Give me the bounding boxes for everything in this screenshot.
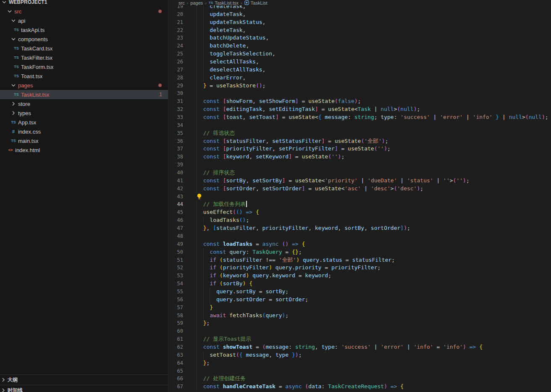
line-number: 35 xyxy=(168,129,183,137)
chevron-down-icon xyxy=(10,17,17,24)
token: type xyxy=(276,352,289,358)
code-line-content[interactable]: if (statusFilter !== '全部') query.status … xyxy=(183,256,551,264)
indent-guide xyxy=(203,74,204,82)
token: , xyxy=(246,177,252,184)
tree-item-index-html[interactable]: <>index.html xyxy=(0,145,168,155)
code-line-content[interactable] xyxy=(183,327,551,335)
code-line-content[interactable]: toggleTaskSelection, xyxy=(183,50,551,58)
code-line-content[interactable]: const [toast, setToast] = useState<{ mes… xyxy=(183,113,551,121)
code-line-content[interactable]: const [priorityFilter, setPriorityFilter… xyxy=(183,145,551,153)
breadcrumb-item-pages[interactable]: pages xyxy=(190,0,203,5)
code-line-content[interactable]: await fetchTasks(query); xyxy=(183,312,551,320)
code-line-content[interactable]: const showToast = (message: string, type… xyxy=(183,343,551,351)
code-line-content[interactable] xyxy=(183,121,551,129)
indent-guide xyxy=(197,161,197,169)
tree-item-webproject1[interactable]: WEBPROJECT1 xyxy=(0,0,168,7)
tree-item-types[interactable]: types xyxy=(0,108,168,118)
code-line-content[interactable]: // 显示Toast提示 xyxy=(183,335,551,343)
code-line-content[interactable]: batchDelete, xyxy=(183,42,551,50)
token: const xyxy=(203,185,220,192)
tree-item-taskform-tsx[interactable]: TSTaskForm.tsx xyxy=(0,62,168,71)
code-line-content[interactable] xyxy=(183,367,551,375)
token: ; xyxy=(299,249,302,255)
tree-item-src[interactable]: src xyxy=(0,7,168,16)
indent-guide xyxy=(203,280,204,288)
code-line-content[interactable] xyxy=(183,161,551,169)
code-line-content[interactable]: selectAllTasks, xyxy=(183,58,551,66)
code-line-content[interactable]: const [keyword, setKeyword] = useState('… xyxy=(183,153,551,161)
token xyxy=(220,177,223,184)
code-line-content[interactable]: clearError, xyxy=(183,74,551,82)
code-line-content[interactable]: // 处理创建任务 xyxy=(183,375,551,383)
token: ; xyxy=(206,320,210,326)
code-line-content[interactable]: const [sortBy, setSortBy] = useState<'pr… xyxy=(183,177,551,185)
code-line-content[interactable]: if (priorityFilter) query.priority = pri… xyxy=(183,264,551,272)
code-line-content[interactable] xyxy=(183,89,551,97)
token: sortOrder xyxy=(226,185,255,192)
line-number: 56 xyxy=(168,296,183,304)
code-line-content[interactable]: const [showForm, setShowForm] = useState… xyxy=(183,97,551,105)
tree-item-taskcard-tsx[interactable]: TSTaskCard.tsx xyxy=(0,44,168,53)
token: query xyxy=(252,272,269,279)
breadcrumb-item-symbol[interactable]: TaskList xyxy=(251,0,268,5)
tree-item-index-css[interactable]: #index.css xyxy=(0,127,168,136)
tree-item-store[interactable]: store xyxy=(0,99,168,108)
code-line-content[interactable]: deselectAllTasks, xyxy=(183,66,551,74)
outline-section-header[interactable]: 大纲 xyxy=(0,374,168,385)
code-line-content[interactable]: const loadTasks = async () => { xyxy=(183,240,551,248)
code-line-39: 39 xyxy=(168,161,551,169)
token: = xyxy=(256,288,265,295)
line-number: 51 xyxy=(168,256,183,264)
tree-item-tasklist-tsx[interactable]: TSTaskList.tsx1 xyxy=(0,90,168,99)
tree-item-app-tsx[interactable]: TSApp.tsx xyxy=(0,118,168,127)
token: ( xyxy=(236,352,239,358)
tree-item-pages[interactable]: pages xyxy=(0,81,168,90)
code-line-content[interactable]: }; xyxy=(183,359,551,367)
code-line-content[interactable]: // 筛选状态 xyxy=(183,129,551,137)
token: const xyxy=(203,177,220,184)
code-line-content[interactable]: const query: TaskQuery = {}; xyxy=(183,248,551,256)
breadcrumb-item-src[interactable]: src xyxy=(178,0,185,5)
token: sortOrder xyxy=(276,296,305,303)
code-line-content[interactable]: }; xyxy=(183,319,551,327)
token xyxy=(279,241,282,247)
tree-item-main-tsx[interactable]: TSmain.tsx xyxy=(0,136,168,145)
token: ( xyxy=(525,114,529,120)
code-line-content[interactable]: const [statusFilter, setStatusFilter] = … xyxy=(183,137,551,145)
code-line-content[interactable] xyxy=(183,193,551,201)
breadcrumb-item-file[interactable]: TaskList.tsx xyxy=(215,0,239,5)
breadcrumb: src › pages › TS TaskList.tsx › TaskList xyxy=(168,0,551,5)
code-line-content[interactable]: deleteTask, xyxy=(183,26,551,34)
code-line-content[interactable]: const handleCreateTask = async (data: Ta… xyxy=(183,383,551,391)
code-line-content[interactable]: if (keyword) query.keyword = keyword; xyxy=(183,272,551,280)
code-line-content[interactable] xyxy=(183,232,551,240)
code-line-content[interactable]: setToast({ message, type }); xyxy=(183,351,551,359)
tree-item-api[interactable]: api xyxy=(0,16,168,25)
code-line-content[interactable]: query.sortBy = sortBy; xyxy=(183,288,551,296)
code-line-content[interactable]: }, [statusFilter, priorityFilter, keywor… xyxy=(183,224,551,232)
code-line-content[interactable]: const [sortOrder, setSortOrder] = useSta… xyxy=(183,185,551,193)
indent-guide xyxy=(203,256,204,264)
code-line-content[interactable]: updateTaskStatus, xyxy=(183,18,551,26)
code-line-content[interactable]: // 排序状态 xyxy=(183,169,551,177)
code-line-content[interactable]: } = useTaskStore(); xyxy=(183,82,551,90)
code-line-content[interactable]: // 加载任务列表 xyxy=(183,200,551,208)
code-line-content[interactable]: loadTasks(); xyxy=(183,216,551,224)
tree-item-components[interactable]: components xyxy=(0,34,168,44)
tree-item-toast-tsx[interactable]: TSToast.tsx xyxy=(0,71,168,81)
code-line-content[interactable]: batchUpdateStatus, xyxy=(183,34,551,42)
code-line-content[interactable]: const [editingTask, setEditingTask] = us… xyxy=(183,105,551,113)
code-line-content[interactable]: updateTask, xyxy=(183,11,551,18)
quick-fix-lightbulb-icon[interactable] xyxy=(197,194,202,200)
timeline-section-header[interactable]: 时间线 xyxy=(0,385,168,392)
token: 'info' xyxy=(443,344,463,350)
code-line-content[interactable]: } xyxy=(183,304,551,312)
line-number: 21 xyxy=(168,18,183,26)
indent-guide xyxy=(197,185,197,193)
code-line-content[interactable]: query.sortOrder = sortOrder; xyxy=(183,296,551,304)
token: toast xyxy=(226,114,242,120)
code-line-content[interactable]: if (sortBy) { xyxy=(183,280,551,288)
tree-item-taskfilter-tsx[interactable]: TSTaskFilter.tsx xyxy=(0,53,168,62)
tree-item-taskapi-ts[interactable]: TStaskApi.ts xyxy=(0,25,168,34)
code-line-content[interactable]: useEffect(() => { xyxy=(183,208,551,216)
